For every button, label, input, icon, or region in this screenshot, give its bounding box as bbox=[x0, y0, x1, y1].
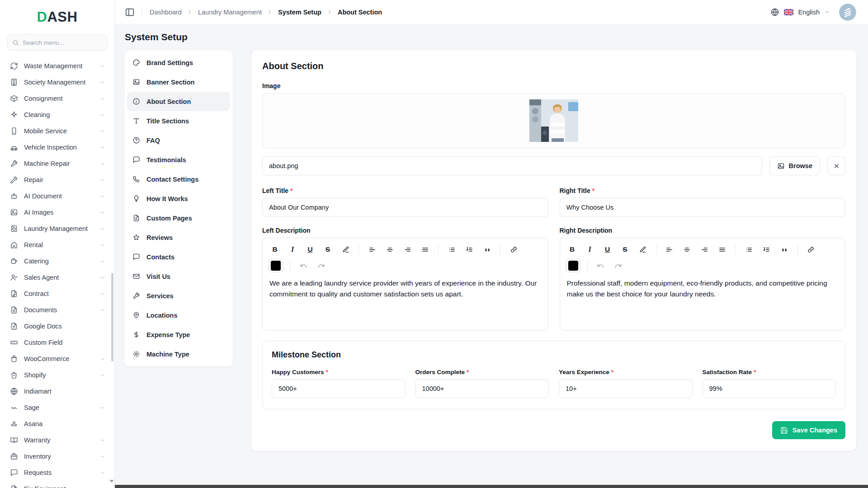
sidebar-item-inventory[interactable]: Inventory bbox=[0, 448, 114, 465]
save-changes-button[interactable]: Save Changes bbox=[772, 421, 845, 439]
right-description-text[interactable]: Professional staff, modern equipment, ec… bbox=[560, 272, 845, 323]
sidebar-item-consignment[interactable]: Consignment bbox=[0, 90, 114, 107]
sidebar-item-cleaning[interactable]: Cleaning bbox=[0, 107, 114, 123]
align-left-button[interactable] bbox=[365, 243, 379, 256]
sidebar-item-contract[interactable]: Contract bbox=[0, 286, 114, 302]
clear-file-button[interactable] bbox=[827, 156, 845, 175]
sidebar-item-woocommerce[interactable]: WooCommerce bbox=[0, 351, 114, 367]
sidebar-search[interactable] bbox=[7, 34, 107, 51]
chevron-down-icon[interactable] bbox=[824, 9, 830, 15]
setup-menu-item-custom-pages[interactable]: Custom Pages bbox=[127, 208, 230, 228]
redo-button[interactable] bbox=[612, 259, 625, 272]
sidebar-item-documents[interactable]: Documents bbox=[0, 302, 114, 318]
setup-menu-item-testimonials[interactable]: Testimonials bbox=[127, 150, 230, 169]
sidebar-item-google-docs[interactable]: Google Docs bbox=[0, 318, 114, 334]
sidebar-item-mobile-service[interactable]: Mobile Service bbox=[0, 123, 114, 139]
ordered-list-button[interactable] bbox=[462, 243, 476, 256]
sidebar-item-vehicle-inspection[interactable]: Vehicle Inspection bbox=[0, 139, 114, 155]
sidebar-item-indiamart[interactable]: Indiamart bbox=[0, 383, 114, 399]
undo-button[interactable] bbox=[297, 259, 310, 272]
italic-button[interactable]: I bbox=[583, 243, 597, 256]
sidebar-item-ai-document[interactable]: AI Document bbox=[0, 188, 114, 204]
highlight-pen-button[interactable] bbox=[339, 243, 352, 256]
happy-customers-input[interactable] bbox=[272, 379, 406, 398]
undo-button[interactable] bbox=[594, 259, 608, 272]
blockquote-button[interactable] bbox=[480, 243, 494, 256]
setup-menu-item-machine-type[interactable]: Machine Type bbox=[127, 344, 230, 364]
setup-menu-item-expense-type[interactable]: Expense Type bbox=[127, 325, 230, 344]
left-description-text[interactable]: We are a leading laundry service provide… bbox=[263, 272, 548, 323]
sidebar-item-custom-field[interactable]: Custom Field bbox=[0, 334, 114, 351]
right-description-editor[interactable]: BIUS Professional staff, modern equipmen… bbox=[560, 238, 846, 331]
left-title-input[interactable] bbox=[262, 198, 548, 217]
setup-menu-item-banner-section[interactable]: Banner Section bbox=[127, 72, 230, 92]
underline-button[interactable]: U bbox=[601, 243, 614, 256]
align-justify-button[interactable] bbox=[716, 243, 729, 256]
breadcrumb-system-setup[interactable]: System Setup bbox=[278, 9, 321, 16]
align-left-button[interactable] bbox=[663, 243, 676, 256]
setup-menu-item-brand-settings[interactable]: Brand Settings bbox=[127, 53, 230, 72]
bold-button[interactable]: B bbox=[268, 243, 282, 256]
text-color-picker[interactable] bbox=[268, 259, 283, 272]
orders-complete-input[interactable] bbox=[415, 379, 549, 398]
sidebar-scrollbar-thumb[interactable] bbox=[111, 273, 113, 361]
text-color-picker[interactable] bbox=[566, 259, 581, 272]
file-name-input[interactable] bbox=[262, 156, 762, 175]
language-selector[interactable]: English bbox=[798, 9, 820, 16]
bullet-list-button[interactable] bbox=[445, 243, 458, 256]
italic-button[interactable]: I bbox=[286, 243, 299, 256]
setup-menu-item-contacts[interactable]: Contacts bbox=[127, 247, 230, 267]
align-justify-button[interactable] bbox=[418, 243, 432, 256]
sidebar-item-requests[interactable]: Requests bbox=[0, 465, 114, 481]
setup-menu-item-how-it-works[interactable]: How It Works bbox=[127, 189, 230, 208]
setup-menu-item-faq[interactable]: FAQ bbox=[127, 131, 230, 150]
sidebar-item-repair[interactable]: Repair bbox=[0, 172, 114, 188]
highlight-pen-button[interactable] bbox=[636, 243, 650, 256]
sidebar-item-shopify[interactable]: Shopify bbox=[0, 367, 114, 383]
align-center-button[interactable] bbox=[680, 243, 694, 256]
sidebar-item-warranty[interactable]: Warranty bbox=[0, 432, 114, 448]
redo-button[interactable] bbox=[314, 259, 328, 272]
left-description-editor[interactable]: BIUS We are a leading laundry service pr… bbox=[262, 238, 548, 331]
align-right-button[interactable] bbox=[698, 243, 712, 256]
setup-menu-item-contact-settings[interactable]: Contact Settings bbox=[127, 169, 230, 189]
sidebar-item-asana[interactable]: Asana bbox=[0, 416, 114, 432]
sidebar-toggle-icon[interactable] bbox=[125, 7, 135, 17]
ordered-list-button[interactable] bbox=[760, 243, 774, 256]
years-experience-input[interactable] bbox=[559, 379, 693, 398]
satisfaction-rate-input[interactable] bbox=[703, 379, 836, 398]
link-button[interactable] bbox=[804, 243, 818, 256]
sidebar-item-sage[interactable]: Sage bbox=[0, 399, 114, 416]
image-preview-box[interactable] bbox=[262, 93, 845, 148]
setup-menu-item-reviews[interactable]: Reviews bbox=[127, 228, 230, 247]
sidebar-item-sales-agent[interactable]: Sales Agent bbox=[0, 269, 114, 286]
setup-menu-item-title-sections[interactable]: Title Sections bbox=[127, 111, 230, 131]
sidebar-item-rental[interactable]: Rental bbox=[0, 237, 114, 253]
align-center-button[interactable] bbox=[383, 243, 396, 256]
right-title-input[interactable] bbox=[560, 198, 846, 217]
bullet-list-button[interactable] bbox=[742, 243, 756, 256]
link-button[interactable] bbox=[507, 243, 520, 256]
breadcrumb-dashboard[interactable]: Dashboard bbox=[150, 9, 182, 16]
sidebar-item-catering[interactable]: Catering bbox=[0, 253, 114, 269]
align-right-button[interactable] bbox=[401, 243, 414, 256]
sidebar-item-laundry-management[interactable]: Laundry Management bbox=[0, 221, 114, 237]
sidebar-item-waste-management[interactable]: Waste Management bbox=[0, 58, 114, 74]
setup-menu-item-visit-us[interactable]: Visit Us bbox=[127, 267, 230, 286]
breadcrumb-about-section[interactable]: About Section bbox=[338, 9, 382, 16]
sidebar-item-ai-images[interactable]: AI Images bbox=[0, 204, 114, 221]
strikethrough-button[interactable]: S bbox=[618, 243, 632, 256]
setup-menu-item-services[interactable]: Services bbox=[127, 286, 230, 305]
search-input[interactable] bbox=[23, 39, 102, 46]
setup-menu-item-locations[interactable]: Locations bbox=[127, 305, 230, 325]
blockquote-button[interactable] bbox=[778, 243, 791, 256]
breadcrumb-laundry-management[interactable]: Laundry Management bbox=[198, 9, 262, 16]
globe-icon[interactable] bbox=[770, 8, 779, 17]
underline-button[interactable]: U bbox=[303, 243, 317, 256]
sidebar-item-society-management[interactable]: Society Management bbox=[0, 74, 114, 90]
bold-button[interactable]: B bbox=[566, 243, 579, 256]
browse-button[interactable]: Browse bbox=[769, 156, 820, 175]
setup-menu-item-about-section[interactable]: About Section bbox=[127, 92, 230, 111]
sidebar-item-machine-repair[interactable]: Machine Repair bbox=[0, 155, 114, 172]
strikethrough-button[interactable]: S bbox=[321, 243, 335, 256]
